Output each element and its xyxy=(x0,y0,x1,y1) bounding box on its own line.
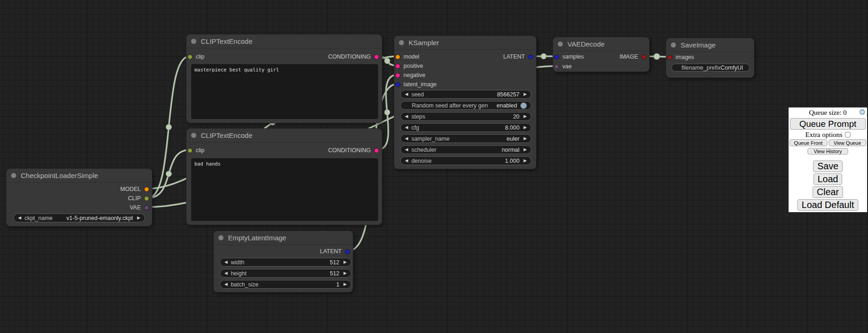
gear-icon[interactable]: ⚙ xyxy=(859,108,866,116)
queue-prompt-button[interactable]: Queue Prompt xyxy=(790,118,866,130)
collapse-dot-icon[interactable] xyxy=(671,42,676,48)
arrow-right-icon[interactable]: ▶ xyxy=(524,159,527,163)
node-clip-text-encode-positive[interactable]: CLIPTextEncode clip CONDITIONING masterp… xyxy=(186,34,382,123)
model-port-icon[interactable] xyxy=(144,187,149,192)
clip-port-icon[interactable] xyxy=(144,196,149,201)
arrow-left-icon[interactable]: ◀ xyxy=(405,159,408,163)
collapse-dot-icon[interactable] xyxy=(191,39,196,44)
conditioning-port-icon[interactable] xyxy=(395,73,400,78)
positive-prompt-textarea[interactable]: masterpiece best quality girl xyxy=(191,64,378,119)
node-title-bar[interactable]: EmptyLatentImage xyxy=(214,231,353,245)
arrow-right-icon[interactable]: ▶ xyxy=(524,125,527,130)
arrow-right-icon[interactable]: ▶ xyxy=(344,260,347,264)
scheduler-widget[interactable]: ◀ scheduler normal ▶ xyxy=(400,145,531,154)
input-slot-model[interactable]: model xyxy=(395,52,419,61)
collapse-dot-icon[interactable] xyxy=(218,235,223,240)
view-history-button[interactable]: View History xyxy=(808,148,848,155)
batch-size-widget[interactable]: ◀ batch_size 1 ▶ xyxy=(220,280,351,289)
latent-port-icon[interactable] xyxy=(395,82,400,87)
arrow-right-icon[interactable]: ▶ xyxy=(524,137,527,141)
node-title-bar[interactable]: VAEDecode xyxy=(553,37,649,51)
arrow-right-icon[interactable]: ▶ xyxy=(524,148,527,152)
input-slot-negative[interactable]: negative xyxy=(395,71,425,80)
node-title-bar[interactable]: KSampler xyxy=(394,36,536,50)
width-widget[interactable]: ◀ width 512 ▶ xyxy=(220,258,351,267)
input-slot-positive[interactable]: positive xyxy=(395,61,423,71)
filename-prefix-widget[interactable]: filename_prefix ComfyUI xyxy=(671,64,750,71)
denoise-widget[interactable]: ◀ denoise 1.000 ▶ xyxy=(400,156,531,165)
arrow-left-icon[interactable]: ◀ xyxy=(224,260,228,264)
latent-port-icon[interactable] xyxy=(554,54,559,59)
arrow-left-icon[interactable]: ◀ xyxy=(405,92,408,96)
node-empty-latent-image[interactable]: EmptyLatentImage LATENT ◀ width 512 ▶ ◀ … xyxy=(213,231,353,292)
conditioning-port-icon[interactable] xyxy=(374,54,379,59)
steps-widget[interactable]: ◀ steps 20 ▶ xyxy=(400,112,531,121)
arrow-left-icon[interactable]: ◀ xyxy=(405,125,408,130)
arrow-right-icon[interactable]: ▶ xyxy=(524,92,527,96)
node-clip-text-encode-negative[interactable]: CLIPTextEncode clip CONDITIONING bad han… xyxy=(186,128,382,225)
collapse-dot-icon[interactable] xyxy=(191,133,196,138)
conditioning-port-icon[interactable] xyxy=(374,148,379,153)
node-checkpoint-loader-simple[interactable]: CheckpointLoaderSimple MODEL CLIP VAE ◀ … xyxy=(6,168,152,226)
arrow-left-icon[interactable]: ◀ xyxy=(405,137,408,141)
output-slot-conditioning[interactable]: CONDITIONING xyxy=(328,52,379,61)
graph-canvas[interactable]: { "graph": { "checkpoint_loader": { "tit… xyxy=(0,0,868,333)
collapse-dot-icon[interactable] xyxy=(558,42,563,47)
latent-port-icon[interactable] xyxy=(528,54,533,59)
model-port-icon[interactable] xyxy=(395,54,400,59)
load-button[interactable]: Load xyxy=(814,173,843,185)
vae-port-icon[interactable] xyxy=(144,205,149,210)
input-slot-latent-image[interactable]: latent_image xyxy=(395,80,437,89)
arrow-left-icon[interactable]: ◀ xyxy=(405,114,408,119)
arrow-left-icon[interactable]: ◀ xyxy=(18,216,21,220)
ckpt-name-widget[interactable]: ◀ ckpt_name v1-5-pruned-emaonly.ckpt ▶ xyxy=(13,214,145,222)
clip-port-icon[interactable] xyxy=(187,54,193,59)
negative-prompt-textarea[interactable]: bad hands xyxy=(191,158,378,221)
arrow-right-icon[interactable]: ▶ xyxy=(344,271,347,275)
sampler-name-widget[interactable]: ◀ sampler_name euler ▶ xyxy=(400,134,531,143)
arrow-left-icon[interactable]: ◀ xyxy=(405,148,408,152)
input-slot-clip[interactable]: clip xyxy=(187,146,205,155)
node-ksampler[interactable]: KSampler model positive negative latent_… xyxy=(394,36,536,169)
conditioning-port-icon[interactable] xyxy=(395,64,400,69)
seed-widget[interactable]: ◀ seed 8566257 ▶ xyxy=(400,90,531,99)
arrow-right-icon[interactable]: ▶ xyxy=(524,114,527,119)
arrow-right-icon[interactable]: ▶ xyxy=(344,282,347,286)
output-slot-clip[interactable]: CLIP xyxy=(128,194,149,203)
arrow-right-icon[interactable]: ▶ xyxy=(137,216,140,220)
load-default-button[interactable]: Load Default xyxy=(797,199,858,211)
queue-front-button[interactable]: Queue Front xyxy=(790,139,827,146)
latent-port-icon[interactable] xyxy=(345,249,350,254)
output-slot-latent[interactable]: LATENT xyxy=(503,52,533,61)
random-seed-toggle-widget[interactable]: Random seed after every gen enabled xyxy=(400,101,531,110)
output-slot-latent[interactable]: LATENT xyxy=(320,247,350,256)
node-save-image[interactable]: SaveImage images filename_prefix ComfyUI xyxy=(666,38,754,78)
output-slot-vae[interactable]: VAE xyxy=(130,203,149,212)
node-vae-decode[interactable]: VAEDecode samples vae IMAGE xyxy=(553,37,650,72)
save-button[interactable]: Save xyxy=(813,161,843,172)
clear-button[interactable]: Clear xyxy=(813,186,843,198)
collapse-dot-icon[interactable] xyxy=(11,173,16,178)
input-slot-clip[interactable]: clip xyxy=(187,52,205,61)
node-title-bar[interactable]: CLIPTextEncode xyxy=(187,129,382,143)
arrow-left-icon[interactable]: ◀ xyxy=(224,282,228,286)
image-port-icon[interactable] xyxy=(641,54,646,59)
node-title-bar[interactable]: SaveImage xyxy=(666,38,754,52)
vae-port-icon[interactable] xyxy=(554,64,559,69)
toggle-enabled-icon[interactable] xyxy=(520,102,527,109)
node-title-bar[interactable]: CLIPTextEncode xyxy=(187,35,382,48)
image-port-icon[interactable] xyxy=(667,55,672,60)
clip-port-icon[interactable] xyxy=(187,148,193,153)
output-slot-conditioning[interactable]: CONDITIONING xyxy=(328,146,379,155)
input-slot-vae[interactable]: vae xyxy=(554,62,572,71)
output-slot-image[interactable]: IMAGE xyxy=(620,52,646,61)
collapse-dot-icon[interactable] xyxy=(399,40,404,45)
input-slot-samples[interactable]: samples xyxy=(554,52,584,61)
output-slot-model[interactable]: MODEL xyxy=(121,184,149,194)
cfg-widget[interactable]: ◀ cfg 8.000 ▶ xyxy=(400,123,531,132)
view-queue-button[interactable]: View Queue xyxy=(829,139,867,146)
arrow-left-icon[interactable]: ◀ xyxy=(224,271,228,275)
input-slot-images[interactable]: images xyxy=(667,53,694,62)
node-title-bar[interactable]: CheckpointLoaderSimple xyxy=(6,169,152,183)
height-widget[interactable]: ◀ height 512 ▶ xyxy=(220,269,351,278)
